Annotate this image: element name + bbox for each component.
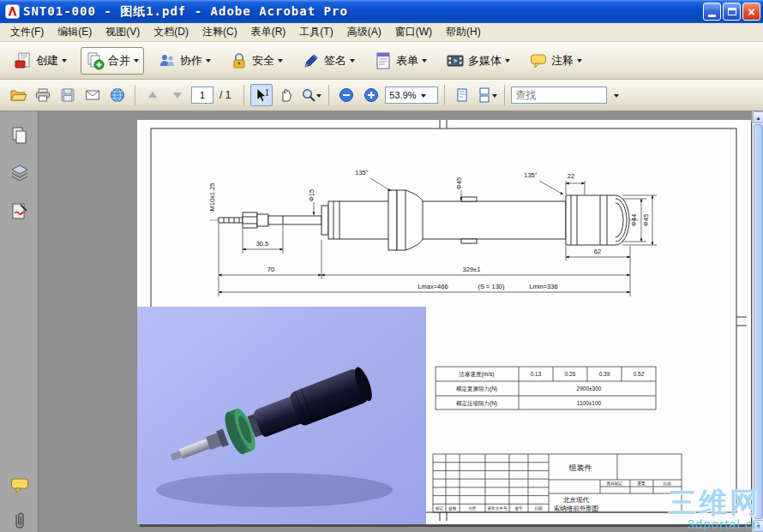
- menu-view[interactable]: 视图(V): [99, 22, 147, 42]
- dim-len-max: Lmax=466: [418, 283, 448, 290]
- zoom-in-button[interactable]: [360, 84, 382, 106]
- forms-label: 表单: [396, 53, 418, 69]
- menu-comments[interactable]: 注释(C): [195, 22, 244, 42]
- open-button[interactable]: [7, 84, 29, 106]
- menu-bar: 文件(F) 编辑(E) 视图(V) 文档(D) 注释(C) 表单(R) 工具(T…: [0, 23, 763, 42]
- title-field-weight: 重量: [637, 481, 646, 486]
- print-button[interactable]: [32, 84, 54, 106]
- dim-body-len: 329±1: [463, 266, 481, 273]
- maximize-button[interactable]: [723, 3, 741, 21]
- find-input[interactable]: [511, 87, 607, 104]
- layers-panel-button[interactable]: [8, 161, 32, 185]
- spec-value: 0.13: [531, 371, 542, 377]
- menu-document[interactable]: 文档(D): [147, 22, 195, 42]
- title-block: 组装件 图样标记 重量 比例 北京现代 索纳塔前外形图 标记 处数 分区 更改文…: [433, 454, 682, 512]
- dim-cap-chamfer: 22: [568, 172, 574, 180]
- hand-tool-button[interactable]: [275, 84, 297, 106]
- collaborate-label: 协作: [180, 53, 202, 69]
- comments-panel-icon: [9, 475, 30, 495]
- menu-tools[interactable]: 工具(T): [292, 22, 339, 42]
- zoom-in-icon: [363, 87, 379, 103]
- menu-advanced[interactable]: 高级(A): [340, 22, 388, 42]
- multimedia-label: 多媒体: [468, 53, 502, 69]
- secure-button[interactable]: 安全: [225, 47, 288, 75]
- zoom-level-value: 53.9%: [389, 90, 416, 100]
- zoom-out-button[interactable]: [335, 84, 357, 106]
- spec-table: 活塞速度(m/s) 0.13 0.26 0.39 0.52 额定复原阻力(N) …: [436, 367, 656, 409]
- comment-button[interactable]: 注释: [524, 47, 587, 75]
- spec-row1-label: 活塞速度(m/s): [460, 371, 495, 378]
- next-page-button[interactable]: [166, 84, 189, 106]
- titlebar[interactable]: SNT01-000 - 图纸1.pdf - Adobe Acrobat Pro …: [0, 0, 763, 23]
- signatures-icon: [9, 201, 30, 222]
- spec-row3-label: 额定压缩阻力(N): [456, 400, 497, 407]
- single-page-view-button[interactable]: [451, 84, 473, 106]
- select-tool-button[interactable]: [250, 84, 273, 106]
- scroll-thumb[interactable]: [754, 124, 763, 519]
- email-button[interactable]: [81, 84, 104, 106]
- chevron-down-icon: [421, 94, 426, 100]
- cursor-icon: [254, 87, 269, 103]
- pages-panel-button[interactable]: [8, 123, 32, 147]
- prev-page-button[interactable]: [141, 84, 164, 106]
- dim-stroke-len: (S = 130): [478, 283, 505, 290]
- menu-help[interactable]: 帮助(H): [439, 22, 488, 42]
- nav-toolbar: / 1 53.9%: [0, 80, 763, 111]
- toolbar-separator: [444, 85, 445, 105]
- browser-button[interactable]: [106, 84, 129, 106]
- chevron-down-icon: [614, 94, 619, 100]
- find-options-button[interactable]: [610, 87, 622, 104]
- save-button[interactable]: [57, 84, 79, 106]
- menu-edit[interactable]: 编辑(E): [51, 22, 99, 42]
- document-area[interactable]: M10x1.25 Φ15 135° Φ45 135° 22 Φ44 Φ45 30…: [39, 111, 752, 532]
- sign-button[interactable]: 签名: [297, 47, 360, 75]
- scroll-down-button[interactable]: ▼: [753, 520, 763, 532]
- globe-icon: [109, 87, 126, 104]
- toolbar-separator: [504, 85, 505, 105]
- chevron-down-icon: [316, 94, 321, 100]
- multimedia-button[interactable]: 多媒体: [441, 47, 515, 75]
- combine-button[interactable]: 合并: [81, 47, 144, 75]
- rev-label: 分区: [467, 506, 477, 511]
- acrobat-icon: [5, 4, 20, 19]
- page-number-input[interactable]: [191, 87, 213, 104]
- minimize-button[interactable]: [703, 3, 721, 21]
- attachments-panel-button[interactable]: [8, 509, 32, 532]
- menu-forms[interactable]: 表单(R): [244, 22, 293, 42]
- rev-label: 更改文件号: [488, 505, 508, 511]
- chevron-down-icon: [350, 59, 355, 65]
- collaborate-button[interactable]: 协作: [153, 47, 216, 75]
- pdf-page[interactable]: M10x1.25 Φ15 135° Φ45 135° 22 Φ44 Φ45 30…: [137, 120, 751, 524]
- dim-thread-len: 30.5: [256, 240, 269, 248]
- scroll-up-button[interactable]: ▲: [753, 111, 763, 123]
- menu-file[interactable]: 文件(F): [3, 22, 51, 42]
- secure-label: 安全: [252, 53, 274, 69]
- signatures-panel-button[interactable]: [8, 200, 32, 224]
- zoom-level-combo[interactable]: 53.9%: [385, 87, 438, 104]
- dim-thread-spec: M10x1.25: [208, 183, 216, 212]
- comments-panel-button[interactable]: [8, 473, 32, 497]
- scrolling-view-button[interactable]: [476, 84, 498, 106]
- zoom-marquee-button[interactable]: [300, 84, 322, 106]
- menu-window[interactable]: 窗口(W): [388, 22, 439, 42]
- rev-label: 处数: [448, 505, 457, 511]
- chevron-down-icon: [206, 59, 211, 65]
- create-button[interactable]: 创建: [9, 47, 72, 75]
- close-button[interactable]: ×: [742, 3, 760, 21]
- vertical-scrollbar[interactable]: ▲ ▼: [752, 111, 763, 532]
- rev-label: 日期: [534, 506, 543, 511]
- render-3d: [137, 307, 426, 524]
- page-total-label: / 1: [219, 89, 231, 101]
- dim-len-min: Lmin=336: [529, 283, 557, 290]
- dim-cap-dia-outer: Φ45: [642, 214, 650, 226]
- chevron-down-icon: [505, 59, 510, 65]
- layers-icon: [9, 163, 30, 183]
- main-toolbar: 创建 合并 协作 安全 签名 表单 多媒: [0, 42, 763, 80]
- toolbar-separator: [135, 85, 135, 105]
- spec-row3-value: 1100±100: [577, 400, 602, 406]
- rev-label: 标记: [435, 505, 444, 511]
- lock-icon: [230, 51, 249, 70]
- title-field-scale: 比例: [663, 481, 671, 487]
- chevron-down-icon: [422, 59, 427, 65]
- forms-button[interactable]: 表单: [369, 47, 432, 75]
